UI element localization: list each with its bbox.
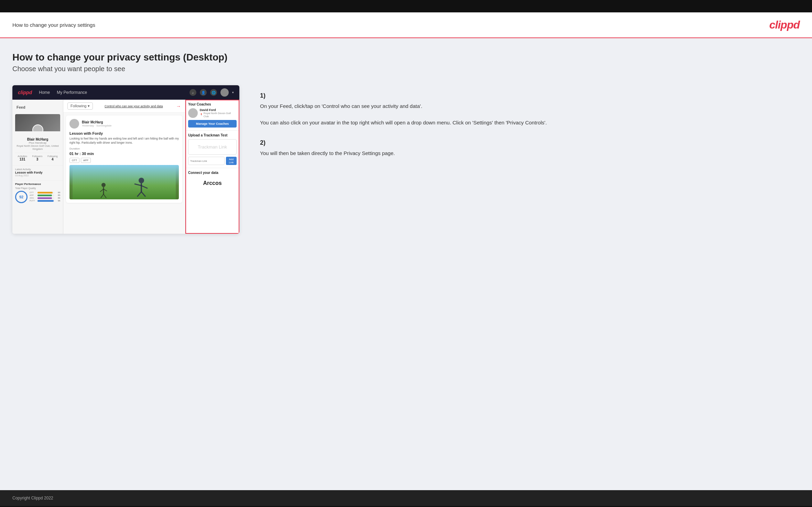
- following-value: 4: [47, 157, 58, 161]
- instruction-2-text: You will then be taken directly to the P…: [260, 149, 800, 157]
- page-header-title: How to change your privacy settings: [12, 22, 95, 28]
- activities-stat: Activities 131: [18, 155, 27, 161]
- upload-trackman-section: Upload a Trackman Test Trackman Link Add…: [185, 131, 239, 168]
- profile-stats: Activities 131 Followers 3 Following 4: [15, 153, 60, 161]
- post-user-info: Blair McHarg Yesterday · Sunningdale: [82, 120, 111, 127]
- profile-card: Blair McHarg Plus Handicap Royal North D…: [12, 111, 63, 164]
- app-right-panel: Your Coaches David Ford 📍 Royal North De…: [185, 100, 239, 234]
- article-subtitle: Choose what you want people to see: [12, 65, 800, 73]
- feed-post: Blair McHarg Yesterday · Sunningdale Les…: [66, 115, 182, 203]
- followers-stat: Followers 3: [32, 155, 43, 161]
- profile-club: Royal North Devon Golf Club, United King…: [15, 144, 60, 151]
- tpq-row: 92 OTT 90 APP 85: [15, 191, 60, 203]
- coach-club: 📍 Royal North Devon Golf Club: [200, 112, 237, 118]
- instruction-1: 1) On your Feed, click/tap on 'Control w…: [260, 92, 800, 127]
- post-date: Yesterday · Sunningdale: [82, 124, 111, 127]
- feed-header: Following ▾ Control who can see your act…: [63, 100, 185, 113]
- nav-my-performance: My Performance: [57, 90, 87, 95]
- trackman-link-placeholder: Trackman Link: [191, 144, 234, 150]
- avatar-icon: [220, 88, 229, 97]
- svg-rect-0: [73, 165, 176, 199]
- pp-title: Player Performance: [15, 183, 60, 186]
- clippd-logo: clippd: [769, 19, 800, 31]
- activities-value: 131: [18, 157, 27, 161]
- app-feed: Following ▾ Control who can see your act…: [63, 100, 185, 234]
- arrow-right-icon: →: [176, 103, 181, 109]
- add-link-button[interactable]: Add Link: [226, 157, 237, 165]
- activities-label: Activities: [18, 155, 27, 157]
- post-duration: Duration: [69, 147, 179, 150]
- globe-icon: 🌐: [210, 89, 217, 96]
- article-title: How to change your privacy settings (Des…: [12, 52, 800, 63]
- profile-name: Blair McHarg: [15, 137, 60, 141]
- player-performance: Player Performance Total Player Quality …: [12, 180, 63, 205]
- page-footer: Copyright Clippd 2022: [0, 490, 812, 506]
- arccos-logo: Arccos: [188, 177, 237, 190]
- tpq-score: 92: [15, 191, 28, 203]
- instruction-2: 2) You will then be taken directly to th…: [260, 139, 800, 157]
- golf-scene: [69, 165, 179, 199]
- trackman-link-input[interactable]: [188, 157, 225, 165]
- latest-activity-label: Latest Activity: [15, 168, 60, 171]
- profile-banner: [15, 114, 60, 131]
- tag-ott: OTT: [69, 158, 79, 163]
- bar-arg: ARG 86: [30, 197, 60, 199]
- post-user-name: Blair McHarg: [82, 120, 111, 124]
- page-header: How to change your privacy settings clip…: [0, 12, 812, 38]
- your-coaches-section: Your Coaches David Ford 📍 Royal North De…: [185, 100, 239, 131]
- post-avatar: [69, 119, 79, 129]
- svg-point-1: [101, 183, 106, 187]
- trackman-link-box: Trackman Link: [188, 139, 237, 155]
- duration-value: 01 hr : 30 min: [69, 152, 179, 156]
- followers-value: 3: [32, 157, 43, 161]
- tpq-label: Total Player Quality: [15, 187, 60, 189]
- person-icon: 👤: [200, 89, 207, 96]
- post-tags: OTT APP: [69, 158, 179, 163]
- coach-name: David Ford: [200, 108, 237, 112]
- duration-label: Duration: [69, 147, 80, 150]
- copyright-text: Copyright Clippd 2022: [12, 496, 53, 500]
- connect-data-title: Connect your data: [188, 171, 237, 175]
- instruction-1-text: On your Feed, click/tap on 'Control who …: [260, 102, 800, 127]
- post-title: Lesson with Fordy: [69, 131, 179, 135]
- feed-tab: Feed: [12, 103, 63, 111]
- content-layout: clippd Home My Performance ⌕ 👤 🌐 ▾ Feed: [12, 85, 800, 234]
- profile-avatar: [32, 124, 43, 131]
- bar-ott: OTT 90: [30, 191, 60, 194]
- app-body: Feed Blair McHarg Plus Handicap Royal No…: [12, 100, 239, 234]
- manage-coaches-button[interactable]: Manage Your Coaches: [188, 120, 237, 128]
- dropdown-chevron: ▾: [232, 91, 234, 94]
- latest-activity: Latest Activity Lesson with Fordy 03 Aug…: [12, 165, 63, 179]
- instruction-2-number: 2): [260, 139, 800, 146]
- app-nav-icons: ⌕ 👤 🌐 ▾: [190, 88, 234, 97]
- profile-subtitle: Plus Handicap: [15, 141, 60, 144]
- top-bar: [0, 0, 812, 12]
- trackman-input-row: Add Link: [188, 157, 237, 165]
- nav-home: Home: [39, 90, 50, 95]
- followers-label: Followers: [32, 155, 43, 157]
- main-content: How to change your privacy settings (Des…: [0, 38, 812, 490]
- coach-avatar: [188, 108, 198, 118]
- app-sidebar: Feed Blair McHarg Plus Handicap Royal No…: [12, 100, 63, 234]
- your-coaches-title: Your Coaches: [188, 102, 237, 106]
- app-navbar: clippd Home My Performance ⌕ 👤 🌐 ▾: [12, 85, 239, 100]
- app-screenshot: clippd Home My Performance ⌕ 👤 🌐 ▾ Feed: [12, 85, 239, 234]
- search-icon: ⌕: [190, 89, 196, 96]
- following-stat: Following 4: [47, 155, 58, 161]
- post-description: Looking to feel like my hands are exitin…: [69, 137, 179, 145]
- tpq-bars: OTT 90 APP 85 ARG: [30, 191, 60, 202]
- following-button[interactable]: Following ▾: [67, 102, 93, 110]
- latest-activity-name: Lesson with Fordy: [15, 171, 60, 174]
- coach-item: David Ford 📍 Royal North Devon Golf Club: [188, 108, 237, 118]
- app-logo: clippd: [18, 90, 32, 95]
- control-privacy-link[interactable]: Control who can see your activity and da…: [105, 104, 163, 108]
- post-image: [69, 165, 179, 199]
- post-header: Blair McHarg Yesterday · Sunningdale: [69, 119, 179, 129]
- connect-data-section: Connect your data Arccos: [185, 168, 239, 192]
- instruction-1-number: 1): [260, 92, 800, 99]
- location-icon: 📍: [200, 113, 203, 116]
- instructions: 1) On your Feed, click/tap on 'Control w…: [253, 85, 800, 170]
- bar-putt: PUTT 96: [30, 200, 60, 202]
- bar-app: APP 85: [30, 194, 60, 196]
- svg-point-7: [139, 178, 144, 183]
